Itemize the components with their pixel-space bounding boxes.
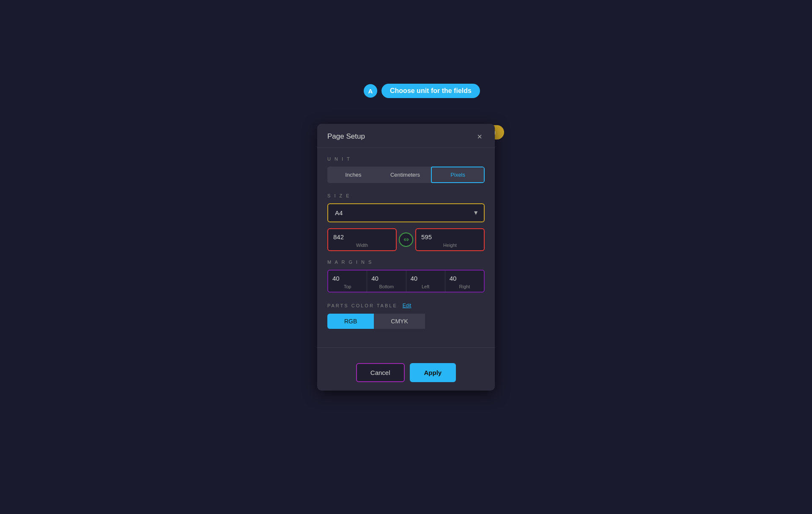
unit-tab-inches[interactable]: Inches bbox=[327, 167, 379, 183]
unit-tab-centimeters[interactable]: Centimeters bbox=[379, 167, 431, 183]
page-wrapper: Page Setup × U N I T Inches Centimeters … bbox=[0, 0, 812, 514]
color-tab-cmyk[interactable]: CMYK bbox=[374, 314, 425, 329]
color-table-label: PARTS COLOR TABLE bbox=[327, 303, 398, 308]
color-section: PARTS COLOR TABLE Edit RGB CMYK bbox=[327, 303, 485, 329]
margin-left-field: Left bbox=[406, 271, 445, 292]
margins-section: M A R G I N S Top Bottom Left bbox=[327, 260, 485, 293]
margin-bottom-label: Bottom bbox=[371, 284, 401, 289]
width-label: Width bbox=[333, 243, 391, 248]
dialog-footer: Cancel Apply bbox=[317, 356, 495, 391]
unit-section: U N I T Inches Centimeters Pixels bbox=[327, 156, 485, 183]
width-input[interactable] bbox=[333, 233, 391, 241]
margin-left-label: Left bbox=[411, 284, 441, 289]
height-field: Height bbox=[415, 228, 485, 251]
margin-top-field: Top bbox=[328, 271, 367, 292]
annotation-A-bubble: Choose unit for the fields bbox=[381, 84, 480, 98]
apply-button[interactable]: Apply bbox=[410, 363, 456, 382]
color-tab-rgb[interactable]: RGB bbox=[327, 314, 374, 329]
dialog-body: U N I T Inches Centimeters Pixels S I Z … bbox=[317, 148, 495, 346]
unit-tab-pixels[interactable]: Pixels bbox=[431, 167, 485, 183]
color-section-header: PARTS COLOR TABLE Edit bbox=[327, 303, 485, 309]
width-field: Width bbox=[327, 228, 397, 251]
margin-bottom-field: Bottom bbox=[367, 271, 406, 292]
unit-tabs: Inches Centimeters Pixels bbox=[327, 167, 485, 183]
dialog-header: Page Setup × bbox=[317, 124, 495, 148]
size-fields: Width ⇔ Height bbox=[327, 228, 485, 251]
margins-fields: Top Bottom Left Right bbox=[327, 270, 485, 293]
footer-divider bbox=[317, 347, 495, 348]
annotation-A-circle: A bbox=[364, 84, 377, 98]
margin-right-field: Right bbox=[445, 271, 484, 292]
unit-label: U N I T bbox=[327, 156, 485, 161]
size-label: S I Z E bbox=[327, 193, 485, 198]
margin-right-input[interactable] bbox=[450, 275, 480, 282]
dialog-title: Page Setup bbox=[327, 132, 365, 141]
annotation-A: A Choose unit for the fields bbox=[364, 84, 480, 98]
margins-label: M A R G I N S bbox=[327, 260, 485, 265]
margin-top-input[interactable] bbox=[332, 275, 362, 282]
size-dropdown-wrapper: A4 A3 A5 Letter Legal Custom ▼ bbox=[327, 203, 485, 222]
swap-btn-wrapper: ⇔ bbox=[397, 232, 415, 247]
cancel-button[interactable]: Cancel bbox=[356, 363, 405, 382]
close-button[interactable]: × bbox=[475, 131, 485, 142]
dialog: Page Setup × U N I T Inches Centimeters … bbox=[317, 124, 495, 391]
edit-link[interactable]: Edit bbox=[403, 303, 411, 309]
margin-right-label: Right bbox=[450, 284, 480, 289]
color-tabs: RGB CMYK bbox=[327, 314, 485, 329]
height-input[interactable] bbox=[421, 233, 479, 241]
size-section: S I Z E A4 A3 A5 Letter Legal Custom ▼ bbox=[327, 193, 485, 251]
size-dropdown[interactable]: A4 A3 A5 Letter Legal Custom bbox=[327, 203, 485, 222]
swap-button[interactable]: ⇔ bbox=[399, 232, 413, 247]
height-label: Height bbox=[421, 243, 479, 248]
margin-left-input[interactable] bbox=[411, 275, 441, 282]
margin-bottom-input[interactable] bbox=[371, 275, 401, 282]
margin-top-label: Top bbox=[332, 284, 362, 289]
